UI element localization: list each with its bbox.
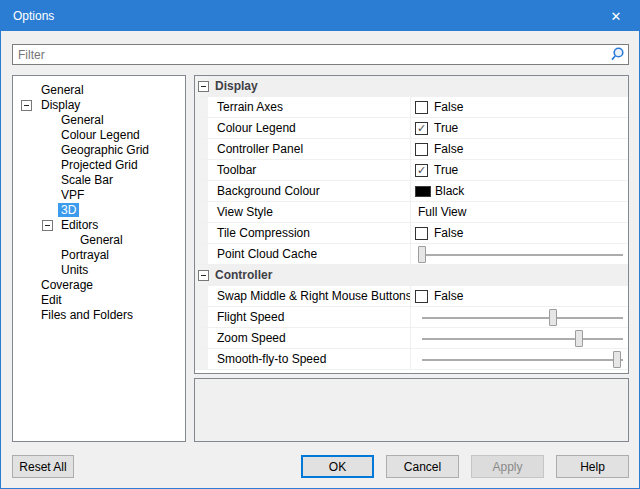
collapse-minus-icon[interactable] (21, 100, 32, 111)
slider-track[interactable] (422, 338, 623, 340)
property-row-smooth-fly-to-speed[interactable]: Smooth-fly-to Speed (195, 349, 628, 370)
property-label: Colour Legend (208, 118, 411, 138)
main-content: GeneralDisplayGeneralColour LegendGeogra… (12, 75, 629, 442)
checkbox-checked-icon[interactable]: ✓ (415, 122, 428, 135)
tree-item-units[interactable]: Units (13, 263, 185, 278)
property-row-zoom-speed[interactable]: Zoom Speed (195, 328, 628, 349)
row-margin (195, 202, 208, 222)
property-label: Flight Speed (208, 307, 411, 327)
filter-input[interactable] (13, 45, 606, 64)
color-swatch[interactable] (415, 186, 431, 197)
checkbox-unchecked-icon[interactable] (415, 143, 428, 156)
help-button[interactable]: Help (556, 455, 629, 478)
tree-item-label: Editors (58, 218, 101, 232)
section-header-controller[interactable]: Controller (195, 265, 628, 286)
tree-item-general[interactable]: General (13, 113, 185, 128)
value-text: False (428, 289, 463, 303)
property-row-colour-legend[interactable]: Colour Legend✓True (195, 118, 628, 139)
tree-item-display[interactable]: Display (13, 98, 185, 113)
slider-thumb[interactable] (613, 351, 621, 368)
reset-all-button[interactable]: Reset All (12, 455, 74, 478)
property-value: False (411, 223, 628, 243)
row-margin (195, 223, 208, 243)
row-margin (195, 118, 208, 138)
ok-button[interactable]: OK (301, 455, 374, 478)
cancel-button[interactable]: Cancel (386, 455, 459, 478)
apply-button: Apply (471, 455, 544, 478)
property-label: Zoom Speed (208, 328, 411, 348)
tree-item-vpf[interactable]: VPF (13, 188, 185, 203)
titlebar[interactable]: Options ✕ (1, 1, 639, 31)
close-icon: ✕ (611, 9, 622, 24)
tree-item-geographic-grid[interactable]: Geographic Grid (13, 143, 185, 158)
tree-item-colour-legend[interactable]: Colour Legend (13, 128, 185, 143)
slider[interactable] (417, 349, 625, 370)
property-label: Background Colour (208, 181, 411, 201)
tree-item-files-and-folders[interactable]: Files and Folders (13, 308, 185, 323)
search-icon (606, 46, 628, 63)
checkbox-checked-icon[interactable]: ✓ (415, 164, 428, 177)
property-value: Full View (411, 202, 628, 222)
property-row-point-cloud-cache[interactable]: Point Cloud Cache (195, 244, 628, 265)
tree-item-general[interactable]: General (13, 233, 185, 248)
tree-item-label: Display (38, 98, 83, 112)
property-row-terrain-axes[interactable]: Terrain AxesFalse (195, 97, 628, 118)
tree-item-3d[interactable]: 3D (13, 203, 185, 218)
tree-item-label: General (77, 233, 126, 247)
tree-item-label: Projected Grid (58, 158, 141, 172)
value-text: True (428, 163, 458, 177)
property-label: View Style (208, 202, 411, 222)
value-text: True (428, 121, 458, 135)
property-row-toolbar[interactable]: Toolbar✓True (195, 160, 628, 181)
property-row-tile-compression[interactable]: Tile CompressionFalse (195, 223, 628, 244)
tree-item-scale-bar[interactable]: Scale Bar (13, 173, 185, 188)
section-margin (195, 76, 208, 96)
tree-item-editors[interactable]: Editors (13, 218, 185, 233)
slider-track[interactable] (422, 359, 623, 361)
slider-thumb[interactable] (549, 309, 557, 326)
dialog-buttons: OK Cancel Apply Help (301, 455, 629, 478)
property-row-background-colour[interactable]: Background ColourBlack (195, 181, 628, 202)
close-button[interactable]: ✕ (593, 1, 639, 31)
tree-item-portrayal[interactable]: Portrayal (13, 248, 185, 263)
tree-item-coverage[interactable]: Coverage (13, 278, 185, 293)
slider[interactable] (417, 307, 625, 328)
collapse-minus-icon[interactable] (198, 270, 209, 281)
tree-item-label: VPF (58, 188, 87, 202)
checkbox-unchecked-icon[interactable] (415, 227, 428, 240)
checkbox-unchecked-icon[interactable] (415, 290, 428, 303)
property-row-controller-panel[interactable]: Controller PanelFalse (195, 139, 628, 160)
slider[interactable] (417, 328, 625, 349)
options-dialog: Options ✕ GeneralDisplayGeneralColour Le… (0, 0, 640, 489)
slider[interactable] (417, 244, 625, 265)
property-value (411, 307, 628, 327)
tree-item-general[interactable]: General (13, 83, 185, 98)
property-value: ✓True (411, 118, 628, 138)
collapse-minus-icon[interactable] (42, 220, 53, 231)
property-value: ✓True (411, 160, 628, 180)
property-row-flight-speed[interactable]: Flight Speed (195, 307, 628, 328)
property-label: Tile Compression (208, 223, 411, 243)
value-text: False (428, 142, 463, 156)
slider-thumb[interactable] (418, 246, 426, 263)
tree-item-edit[interactable]: Edit (13, 293, 185, 308)
property-label: Terrain Axes (208, 97, 411, 117)
tree-item-label: Files and Folders (38, 308, 136, 322)
row-margin (195, 286, 208, 306)
value-text: False (428, 226, 463, 240)
property-row-swap-middle-right-mouse-buttons[interactable]: Swap Middle & Right Mouse ButtonsFalse (195, 286, 628, 307)
slider-track[interactable] (422, 254, 623, 256)
checkbox-unchecked-icon[interactable] (415, 101, 428, 114)
tree-item-label: 3D (58, 203, 79, 217)
tree-item-label: Portrayal (58, 248, 112, 262)
section-header-display[interactable]: Display (195, 76, 628, 97)
row-margin (195, 307, 208, 327)
section-title: Controller (208, 265, 272, 285)
property-value (411, 328, 628, 348)
slider-thumb[interactable] (575, 330, 583, 347)
property-row-view-style[interactable]: View StyleFull View (195, 202, 628, 223)
row-margin (195, 181, 208, 201)
collapse-minus-icon[interactable] (198, 81, 209, 92)
tree-item-projected-grid[interactable]: Projected Grid (13, 158, 185, 173)
slider-track[interactable] (422, 317, 623, 319)
